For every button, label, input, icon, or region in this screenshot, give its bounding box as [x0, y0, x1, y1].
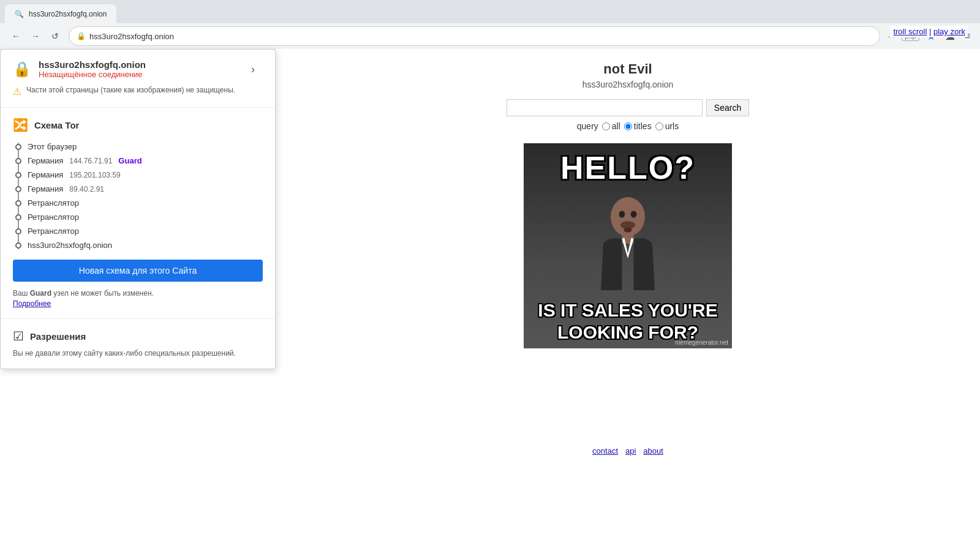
warning-icon: ⚠ — [13, 86, 21, 97]
site-info-dropdown: 🔒 hss3uro2hsxfogfq.onion Незащищённое со… — [0, 49, 276, 369]
node-dot-5 — [15, 214, 21, 220]
permissions-header: ☑ Разрешения — [13, 329, 263, 343]
site-domain: hss3uro2hsxfogfq.onion — [39, 59, 146, 70]
troll-scroll-link[interactable]: troll scroll — [893, 27, 927, 36]
site-info-text: hss3uro2hsxfogfq.onion Незащищённое соед… — [39, 59, 146, 79]
lock-icon: 🔒 — [77, 32, 86, 40]
search-form: Search query all titles urls — [288, 99, 968, 131]
link-separator: | — [929, 27, 931, 36]
guard-note-suffix: узел не может быть изменен. — [53, 289, 154, 298]
radio-all[interactable] — [602, 122, 610, 130]
about-link[interactable]: about — [643, 446, 663, 456]
tor-section: 🔀 Схема Tor Этот браузер Германия 144.76… — [1, 108, 275, 319]
tab-bar: 🔍 hss3uro2hsxfogfq.onion — [0, 0, 980, 23]
contact-link[interactable]: contact — [592, 446, 618, 456]
search-button[interactable]: Search — [706, 99, 749, 116]
meme-watermark: memegenerator.net — [675, 339, 728, 346]
lock-icon-large: 🔒 — [13, 61, 31, 78]
search-row: Search — [507, 99, 749, 116]
query-label: query — [577, 121, 598, 131]
site-info-header: 🔒 hss3uro2hsxfogfq.onion Незащищённое со… — [13, 59, 263, 79]
node-ip-3: 89.40.2.91 — [69, 185, 104, 193]
option-all-label[interactable]: all — [602, 121, 620, 131]
permissions-section: ☑ Разрешения Вы не давали этому сайту ка… — [1, 319, 275, 369]
node-label-3: Германия — [28, 184, 63, 193]
tab-title: hss3uro2hsxfogfq.onion — [29, 10, 107, 18]
person-area — [524, 192, 732, 294]
url-text: hss3uro2hsxfogfq.onion — [89, 32, 872, 41]
guard-note-word: Guard — [30, 289, 51, 298]
node-label-4: Ретранслятор — [28, 198, 79, 208]
browser-chrome: 🔍 hss3uro2hsxfogfq.onion ← → ↺ 🔒 hss3uro… — [0, 0, 980, 50]
node-label-2: Германия — [28, 170, 63, 179]
node-dot-7 — [15, 242, 21, 249]
page-body: not Evil hss3uro2hsxfogfq.onion Search q… — [276, 49, 980, 480]
node-ip-2: 195.201.103.59 — [69, 171, 120, 179]
back-button[interactable]: ← — [7, 28, 24, 45]
svg-point-5 — [624, 227, 632, 232]
option-titles-label[interactable]: titles — [624, 121, 652, 131]
option-urls-label[interactable]: urls — [655, 121, 679, 131]
radio-titles[interactable] — [624, 122, 632, 130]
tor-title: Схема Tor — [34, 120, 79, 130]
url-bar[interactable]: 🔒 hss3uro2hsxfogfq.onion — [69, 26, 880, 46]
footer-links: contact api about — [288, 446, 968, 456]
permissions-title: Разрешения — [30, 331, 86, 342]
search-options: query all titles urls — [577, 121, 679, 131]
page-subtitle: hss3uro2hsxfogfq.onion — [288, 80, 968, 89]
circuit-node-7: hss3uro2hsxfogfq.onion — [15, 238, 263, 252]
node-label-1: Германия — [28, 156, 63, 165]
guard-label-1: Guard — [118, 156, 141, 165]
top-links: troll scroll | play zork — [891, 26, 968, 37]
node-dot-4 — [15, 200, 21, 206]
node-label-5: Ретранслятор — [28, 212, 79, 222]
chevron-button[interactable]: › — [243, 59, 263, 79]
page-footer: contact api about — [288, 446, 968, 468]
node-dot-6 — [15, 228, 21, 234]
node-dot-3 — [15, 186, 21, 192]
circuit-list: Этот браузер Германия 144.76.71.91 Guard… — [13, 140, 263, 252]
forward-button[interactable]: → — [27, 28, 44, 45]
meme-face: HELLO? — [524, 143, 732, 348]
active-tab[interactable]: 🔍 hss3uro2hsxfogfq.onion — [5, 4, 116, 24]
tor-header: 🔀 Схема Tor — [13, 118, 263, 132]
node-label-0: Этот браузер — [28, 142, 77, 151]
meme-top-text: HELLO? — [524, 143, 732, 192]
node-label-6: Ретранслятор — [28, 227, 79, 236]
learn-more-link[interactable]: Подробнее — [13, 299, 51, 308]
node-dot-1 — [15, 158, 21, 164]
circuit-node-0: Этот браузер — [15, 140, 263, 154]
guard-note-prefix: Ваш — [13, 289, 28, 298]
svg-point-2 — [619, 211, 625, 217]
reload-button[interactable]: ↺ — [47, 28, 64, 45]
page-content: not Evil hss3uro2hsxfogfq.onion Search q… — [276, 49, 980, 540]
circuit-node-1: Германия 144.76.71.91 Guard — [15, 154, 263, 168]
meme-image: HELLO? — [524, 143, 732, 348]
tab-favicon: 🔍 — [15, 10, 24, 18]
api-link[interactable]: api — [625, 446, 636, 456]
node-dot-0 — [15, 144, 21, 150]
circuit-node-6: Ретранслятор — [15, 224, 263, 238]
node-ip-1: 144.76.71.91 — [69, 157, 112, 165]
tor-icon: 🔀 — [13, 118, 28, 132]
guard-note: Ваш Guard узел не может быть изменен. — [13, 289, 263, 298]
search-input[interactable] — [507, 99, 703, 116]
page-title: not Evil — [288, 61, 968, 77]
circuit-node-4: Ретранслятор — [15, 196, 263, 210]
radio-urls[interactable] — [655, 122, 663, 130]
warning-row: ⚠ Части этой страницы (такие как изображ… — [13, 85, 263, 97]
node-label-7: hss3uro2hsxfogfq.onion — [28, 241, 112, 250]
new-circuit-button[interactable]: Новая схема для этого Сайта — [13, 260, 263, 282]
node-dot-2 — [15, 172, 21, 178]
permissions-icon: ☑ — [13, 329, 24, 343]
person-svg — [579, 195, 677, 293]
permissions-desc: Вы не давали этому сайту каких-либо спец… — [13, 348, 263, 359]
play-zork-link[interactable]: play zork — [933, 27, 965, 36]
site-info-section: 🔒 hss3uro2hsxfogfq.onion Незащищённое со… — [1, 50, 275, 108]
svg-point-3 — [631, 211, 637, 217]
address-bar: ← → ↺ 🔒 hss3uro2hsxfogfq.onion ··· php ★… — [0, 23, 980, 49]
warning-text: Части этой страницы (такие как изображен… — [26, 85, 235, 96]
nav-buttons: ← → ↺ — [7, 28, 64, 45]
circuit-node-5: Ретранслятор — [15, 210, 263, 224]
circuit-node-3: Германия 89.40.2.91 — [15, 182, 263, 196]
